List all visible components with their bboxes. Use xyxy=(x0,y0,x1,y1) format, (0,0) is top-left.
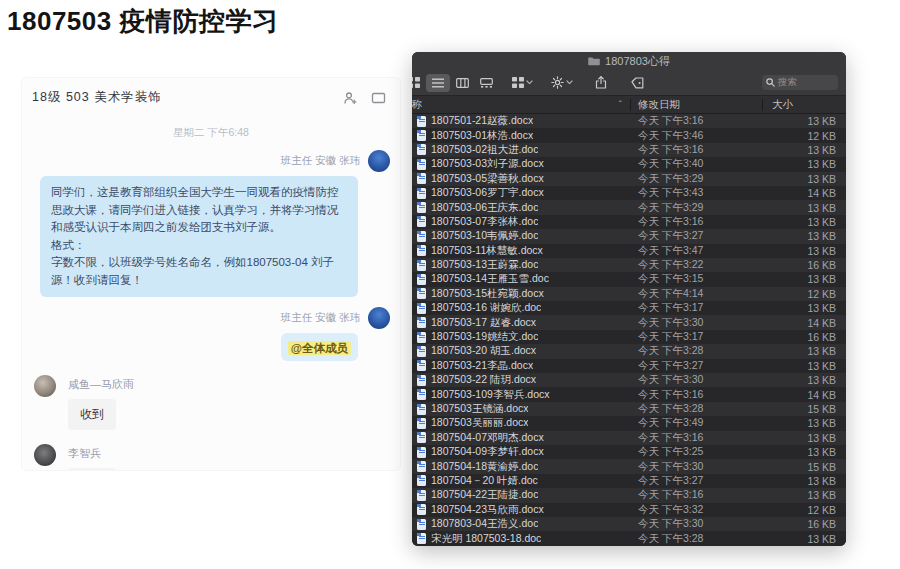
word-doc-icon xyxy=(417,418,426,429)
file-name: 1807503-16 谢婉欣.doc xyxy=(431,301,541,315)
file-row[interactable]: 宋光明 1807503-18.doc 今天 下午3:28 13 KB xyxy=(412,531,846,545)
finder-titlebar[interactable]: 1807803心得 xyxy=(412,52,846,70)
icon-view-button[interactable] xyxy=(412,74,426,92)
file-row[interactable]: 1807503-17 赵睿.docx 今天 下午3:30 14 KB xyxy=(412,315,846,329)
file-row[interactable]: 1807503-11林慧敏.docx 今天 下午3:47 13 KB xyxy=(412,244,846,258)
column-header-name[interactable]: 名称 ˆ xyxy=(412,98,630,112)
gallery-view-button[interactable] xyxy=(474,74,498,92)
file-row[interactable]: 1807503吴丽丽.docx 今天 下午3:49 13 KB xyxy=(412,416,846,430)
file-row[interactable]: 1807504-22王陆捷.doc 今天 下午3:16 13 KB xyxy=(412,488,846,502)
chat-reply: 李智兵 收到 xyxy=(34,444,400,470)
file-row[interactable]: 1807504-18黄渝婷.doc 今天 下午3:30 15 KB xyxy=(412,459,846,473)
search-placeholder: 搜索 xyxy=(778,76,797,89)
column-header-date[interactable]: 修改日期 xyxy=(631,98,762,112)
file-row[interactable]: 1807503-13王蔚霖.doc 今天 下午3:22 16 KB xyxy=(412,258,846,272)
word-doc-icon xyxy=(417,260,426,271)
file-size: 13 KB xyxy=(761,489,846,501)
group-by-button[interactable] xyxy=(512,77,533,88)
file-row[interactable]: 1807503-20 胡玉.docx 今天 下午3:28 13 KB xyxy=(412,344,846,358)
file-name: 1807504－20 叶婧.doc xyxy=(431,474,538,488)
file-row[interactable]: 1807504-07邓明杰.docx 今天 下午3:16 13 KB xyxy=(412,431,846,445)
word-doc-icon xyxy=(417,159,426,170)
file-row[interactable]: 1807503-05梁善秋.docx 今天 下午3:29 13 KB xyxy=(412,172,846,186)
file-modified-date: 今天 下午3:27 xyxy=(630,229,761,243)
word-doc-icon xyxy=(417,490,426,501)
file-size: 13 KB xyxy=(761,446,846,458)
teacher-avatar[interactable] xyxy=(368,150,390,172)
word-doc-icon xyxy=(417,447,426,458)
file-row[interactable]: 1807803-04王浩义.doc 今天 下午3:30 16 KB xyxy=(412,517,846,531)
file-size: 13 KB xyxy=(761,374,846,386)
share-button[interactable] xyxy=(589,74,613,92)
file-name: 1807503-11林慧敏.docx xyxy=(431,244,543,258)
chat-timestamp: 星期二 下午6:48 xyxy=(22,126,400,140)
file-row[interactable]: 1807504-09李梦轩.docx 今天 下午3:25 13 KB xyxy=(412,445,846,459)
add-member-icon[interactable] xyxy=(342,91,358,105)
sender-name: 班主任 安徽 张玮 xyxy=(281,311,360,325)
reply-list: 咸鱼—马欣雨 收到 李智兵 收到 山东 王蔚霖 13 收到 xyxy=(22,375,400,470)
file-name: 1807503-21李晶.docx xyxy=(431,359,533,373)
word-doc-icon xyxy=(417,116,426,127)
file-modified-date: 今天 下午3:49 xyxy=(630,416,761,430)
actions-gear-button[interactable] xyxy=(551,76,573,89)
file-row[interactable]: 1807503-16 谢婉欣.doc 今天 下午3:17 13 KB xyxy=(412,301,846,315)
file-row[interactable]: 1807503-19姚结文.doc 今天 下午3:17 16 KB xyxy=(412,330,846,344)
file-name: 1807503-02祖大进.doc xyxy=(431,143,538,157)
file-row[interactable]: 1807503-15杜宛颖.docx 今天 下午4:14 12 KB xyxy=(412,287,846,301)
file-row[interactable]: 1807503-22 陆玥.docx 今天 下午3:30 13 KB xyxy=(412,373,846,387)
file-name: 1807503-19姚结文.doc xyxy=(431,330,538,344)
word-doc-icon xyxy=(417,461,426,472)
file-size: 13 KB xyxy=(761,230,846,242)
file-row[interactable]: 1807503-10韦佩婷.doc 今天 下午3:27 13 KB xyxy=(412,229,846,243)
file-row[interactable]: 1807503-01林浩.docx 今天 下午3:46 12 KB xyxy=(412,128,846,142)
file-modified-date: 今天 下午3:43 xyxy=(630,186,761,200)
file-row[interactable]: 1807501-21赵薇.docx 今天 下午3:16 13 KB xyxy=(412,114,846,128)
file-size: 13 KB xyxy=(761,360,846,372)
file-modified-date: 今天 下午3:30 xyxy=(630,373,761,387)
column-view-button[interactable] xyxy=(450,74,474,92)
message-paragraph: 同学们，这是教育部组织全国大学生一同观看的疫情防控思政大课，请同学们进入链接，认… xyxy=(51,184,347,237)
file-size: 13 KB xyxy=(761,432,846,444)
file-row[interactable]: 1807503-03刘子源.docx 今天 下午3:40 13 KB xyxy=(412,157,846,171)
file-row[interactable]: 1807504-23马欣雨.docx 今天 下午3:32 12 KB xyxy=(412,503,846,517)
chat-header: 18级 503 美术学装饰 xyxy=(22,78,400,112)
file-row[interactable]: 1807503-02祖大进.doc 今天 下午3:16 13 KB xyxy=(412,143,846,157)
file-modified-date: 今天 下午3:47 xyxy=(630,244,761,258)
file-size: 12 KB xyxy=(761,288,846,300)
file-row[interactable]: 1807503-06罗丁宇.docx 今天 下午3:43 14 KB xyxy=(412,186,846,200)
file-modified-date: 今天 下午3:30 xyxy=(630,460,761,474)
file-modified-date: 今天 下午3:46 xyxy=(630,129,761,143)
chat-window-icon[interactable] xyxy=(370,91,386,105)
file-modified-date: 今天 下午3:17 xyxy=(630,330,761,344)
sender-name: 班主任 安徽 张玮 xyxy=(281,154,360,168)
reply-avatar[interactable] xyxy=(34,375,56,397)
search-field[interactable]: 搜索 xyxy=(762,75,838,90)
chevron-down-icon xyxy=(526,80,533,85)
file-name: 1807503王镜涵.docx xyxy=(431,402,528,416)
file-row[interactable]: 1807503-14王雁玉雪.doc 今天 下午3:15 13 KB xyxy=(412,272,846,286)
tag-button[interactable] xyxy=(625,74,649,92)
word-doc-icon xyxy=(417,216,426,227)
file-row[interactable]: 1807503-07李张林.doc 今天 下午3:16 13 KB xyxy=(412,215,846,229)
file-name: 1807503-109李智兵.docx xyxy=(431,388,550,402)
word-doc-icon xyxy=(417,504,426,515)
file-size: 16 KB xyxy=(761,518,846,530)
file-name: 1807503-03刘子源.docx xyxy=(431,157,544,171)
file-row[interactable]: 1807504－20 叶婧.doc 今天 下午3:27 13 KB xyxy=(412,474,846,488)
file-row[interactable]: 1807503-21李晶.docx 今天 下午3:27 13 KB xyxy=(412,359,846,373)
file-row[interactable]: 1807503王镜涵.docx 今天 下午3:28 15 KB xyxy=(412,402,846,416)
list-view-button[interactable] xyxy=(426,74,450,92)
reply-avatar[interactable] xyxy=(34,444,56,466)
file-size: 13 KB xyxy=(761,245,846,257)
column-header-size[interactable]: 大小 xyxy=(763,98,846,112)
file-size: 15 KB xyxy=(761,403,846,415)
file-row[interactable]: 1807503-06王庆东.doc 今天 下午3:29 13 KB xyxy=(412,200,846,214)
chevron-down-icon xyxy=(566,80,573,85)
file-modified-date: 今天 下午3:17 xyxy=(630,301,761,315)
file-name: 1807503-06罗丁宇.docx xyxy=(431,186,544,200)
file-name: 1807501-21赵薇.docx xyxy=(431,114,533,128)
teacher-avatar[interactable] xyxy=(368,307,390,329)
file-name: 1807503-17 赵睿.docx xyxy=(431,316,536,330)
mention-all-members[interactable]: @全体成员 xyxy=(288,341,351,355)
file-row[interactable]: 1807503-109李智兵.docx 今天 下午3:16 14 KB xyxy=(412,387,846,401)
